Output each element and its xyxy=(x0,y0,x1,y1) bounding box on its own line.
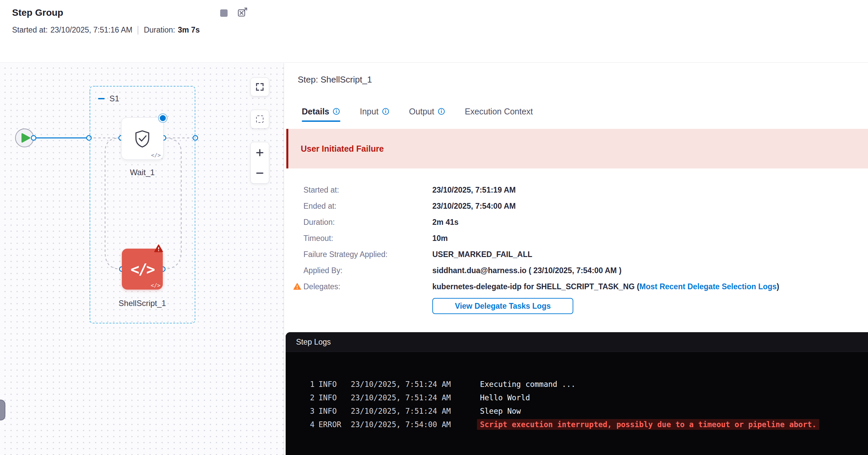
delegate-value-suffix: ) xyxy=(777,282,779,291)
detail-value: 23/10/2025, 7:51:19 AM xyxy=(432,186,516,195)
minus-icon xyxy=(256,169,264,177)
tab-execution-context[interactable]: Execution Context xyxy=(465,107,533,117)
delegate-value-prefix: kubernetes-delegate-idp for SHELL_SCRIPT… xyxy=(432,282,640,291)
detail-row: Started at: 23/10/2025, 7:51:19 AM xyxy=(284,182,868,198)
detail-label: Timeout: xyxy=(304,234,432,243)
wait-node-label: Wait_1 xyxy=(109,168,176,177)
detail-row: Duration: 2m 41s xyxy=(284,214,868,230)
info-icon[interactable] xyxy=(437,107,445,116)
tab-input-label: Input xyxy=(360,107,379,117)
execution-meta: Started at: 23/10/2025, 7:51:16 AM Durat… xyxy=(12,26,200,35)
detail-tabs: Details Input Output Executio xyxy=(302,103,533,120)
execution-header: Step Group Started at: 23/10/2025, 7:51:… xyxy=(0,0,868,63)
tab-input[interactable]: Input xyxy=(360,107,390,117)
detail-label: Failure Strategy Applied: xyxy=(304,250,432,259)
detail-row-delegates: Delegates: kubernetes-delegate-idp for S… xyxy=(284,279,868,295)
tab-details-label: Details xyxy=(302,107,329,117)
detail-value: siddhant.dua@harness.io ( 23/10/2025, 7:… xyxy=(432,266,622,275)
wait-step-icon xyxy=(132,129,152,149)
step-group-label: S1 xyxy=(110,94,119,103)
info-icon[interactable] xyxy=(332,107,340,116)
code-icon: </> xyxy=(151,282,160,289)
step-logs-console[interactable]: Step Logs 1 INFO 23/10/2025, 7:51:24 AM … xyxy=(286,332,868,455)
detail-row: Ended at: 23/10/2025, 7:54:00 AM xyxy=(284,198,868,214)
detail-label: Delegates: xyxy=(304,282,432,291)
info-icon[interactable] xyxy=(382,107,390,116)
detail-label: Applied By: xyxy=(304,266,432,275)
detail-value: 2m 41s xyxy=(432,218,459,227)
log-line: 1 INFO 23/10/2025, 7:51:24 AM Executing … xyxy=(286,378,868,391)
duration-value: 3m 7s xyxy=(178,26,200,35)
log-line: 3 INFO 23/10/2025, 7:51:24 AM Sleep Now xyxy=(286,404,868,418)
marquee-select-button[interactable] xyxy=(250,110,269,129)
detail-value: 10m xyxy=(432,234,448,243)
zoom-out-button[interactable] xyxy=(250,163,269,183)
code-icon: </> xyxy=(151,152,161,158)
node-wait-1[interactable]: </> xyxy=(121,118,163,160)
detail-row: Applied By: siddhant.dua@harness.io ( 23… xyxy=(284,262,868,279)
pipeline-canvas[interactable]: S1 </> Wait_1 </> </> ShellScript_1 xyxy=(0,63,284,455)
fit-to-screen-button[interactable] xyxy=(250,77,269,96)
plus-icon xyxy=(256,149,264,157)
detail-label: Duration: xyxy=(304,218,432,227)
step-logs-title: Step Logs xyxy=(296,337,331,347)
started-at-label: Started at: xyxy=(12,26,48,35)
meta-divider xyxy=(137,26,138,35)
stop-icon[interactable] xyxy=(220,9,227,17)
failure-warning-icon xyxy=(154,244,163,254)
step-details-panel: Step: ShellScript_1 Details Input Output xyxy=(284,63,868,455)
node-shellscript-1[interactable]: </> </> xyxy=(122,249,163,290)
zoom-in-button[interactable] xyxy=(250,142,269,163)
delegate-warning-icon xyxy=(293,283,301,291)
detail-label: Ended at: xyxy=(304,202,432,211)
log-line: 2 INFO 23/10/2025, 7:51:24 AM Hello Worl… xyxy=(286,391,868,404)
tab-details[interactable]: Details xyxy=(302,107,340,117)
collapse-group-icon[interactable] xyxy=(98,98,105,99)
fullscreen-icon xyxy=(255,83,264,91)
step-panel-title: Step: ShellScript_1 xyxy=(298,74,372,85)
failure-banner-text: User Initiated Failure xyxy=(301,144,384,154)
detail-value: 23/10/2025, 7:54:00 AM xyxy=(432,202,516,211)
selection-box-icon xyxy=(256,116,264,123)
collapsed-panel-handle[interactable] xyxy=(0,400,5,420)
detail-rows: Started at: 23/10/2025, 7:51:19 AM Ended… xyxy=(284,182,868,295)
page-title: Step Group xyxy=(12,7,63,18)
step-logs-header: Step Logs xyxy=(286,332,868,352)
tab-execution-context-label: Execution Context xyxy=(465,107,533,117)
abort-expand-icon[interactable] xyxy=(236,6,249,19)
failure-banner: User Initiated Failure xyxy=(286,129,868,168)
view-delegate-tasks-logs-button[interactable]: View Delegate Tasks Logs xyxy=(432,298,573,314)
detail-row: Failure Strategy Applied: USER_MARKED_FA… xyxy=(284,246,868,262)
started-at-value: 23/10/2025, 7:51:16 AM xyxy=(50,26,132,35)
detail-label: Started at: xyxy=(304,186,432,195)
tab-output-label: Output xyxy=(409,107,434,117)
log-line-error: 4 ERROR 23/10/2025, 7:54:00 AM Script ex… xyxy=(286,418,868,431)
zoom-controls xyxy=(250,142,269,184)
shell-node-label: ShellScript_1 xyxy=(109,299,176,308)
duration-label: Duration: xyxy=(144,26,175,35)
delegate-selection-logs-link[interactable]: Most Recent Delegate Selection Logs xyxy=(640,282,777,291)
tab-output[interactable]: Output xyxy=(409,107,445,117)
detail-row: Timeout: 10m xyxy=(284,230,868,246)
log-area: 1 INFO 23/10/2025, 7:51:24 AM Executing … xyxy=(286,352,868,431)
shell-script-icon: </> xyxy=(130,261,154,278)
status-dot-success xyxy=(159,114,167,122)
detail-value: USER_MARKED_FAIL_ALL xyxy=(432,250,532,259)
